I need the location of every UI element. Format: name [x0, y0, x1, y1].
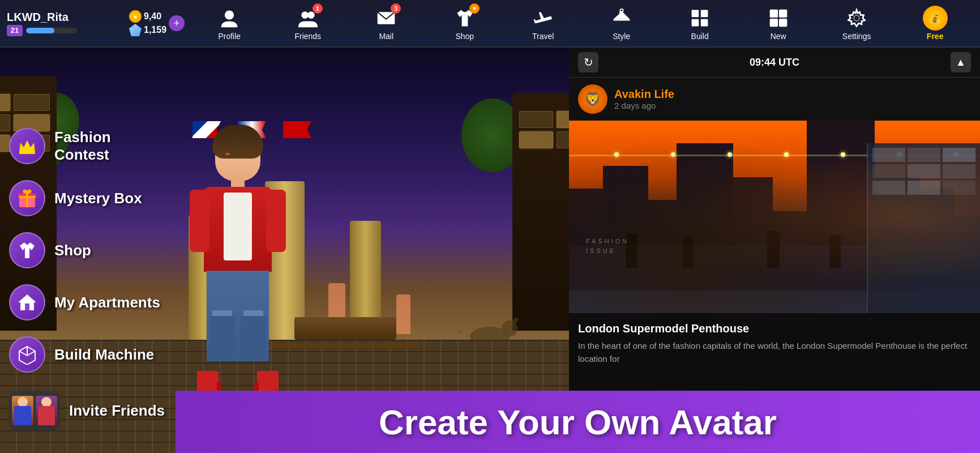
nav-items-container: Profile 1 Friends 3 M [185, 3, 980, 43]
svg-point-0 [225, 11, 234, 20]
invite-friends-label: Invite Friends [69, 402, 165, 420]
style-icon-wrap [609, 6, 634, 31]
jeans-left-leg [209, 316, 235, 361]
house-icon [17, 292, 37, 313]
svg-point-4 [620, 9, 623, 12]
menu-item-my-apartments[interactable]: My Apartments [0, 279, 176, 326]
xp-fill [26, 28, 54, 33]
menu-item-shop-side[interactable]: Shop [0, 226, 176, 274]
currency-area: ● 9,40 1,159 [129, 10, 166, 36]
avatar-shoe-left [197, 371, 219, 391]
post-image-overlay [569, 121, 980, 313]
svg-point-2 [307, 11, 315, 19]
post-image: FASHIONISSUE [569, 121, 980, 313]
nav-item-settings[interactable]: Settings [834, 3, 879, 43]
svg-rect-12 [769, 19, 777, 27]
fashion-contest-icon [9, 128, 45, 164]
avatar-shoe-right [257, 371, 279, 391]
gear-icon [846, 8, 867, 28]
news-post: 🦁 Avakin Life 2 days ago [569, 78, 980, 427]
picnic-table [294, 317, 396, 340]
building-right [512, 93, 569, 331]
style-hanger-icon [611, 8, 632, 28]
mail-icon-wrap: 3 [374, 6, 399, 31]
nav-friends-label: Friends [294, 32, 321, 41]
svg-rect-27 [25, 304, 29, 310]
build-icon-wrap [687, 6, 712, 31]
window-cell [557, 111, 570, 128]
window-cell [519, 111, 553, 128]
nav-item-style[interactable]: Style [599, 3, 644, 43]
username: LKWD_Rita [7, 11, 118, 24]
invite-friends-icon [9, 391, 60, 430]
diamond-amount: 1,159 [144, 25, 166, 35]
nav-item-new[interactable]: New [756, 3, 801, 43]
nav-item-shop[interactable]: ★ Shop [442, 3, 487, 43]
diamond-icon [129, 24, 142, 36]
add-currency-button[interactable]: + [169, 15, 185, 31]
apartments-label: My Apartments [54, 294, 160, 311]
heel-right [254, 382, 259, 391]
post-scene-bg: FASHIONISSUE [569, 121, 980, 313]
npc-figure-2 [396, 294, 410, 334]
venue-title: London Supermodel Penthouse [578, 322, 971, 335]
friends-icon-wrap: 1 [296, 6, 320, 31]
jeans-right-leg [241, 316, 266, 361]
shop-badge: ★ [469, 3, 480, 14]
nav-shop-label: Shop [455, 32, 474, 41]
settings-icon-wrap [844, 6, 869, 31]
svg-rect-22 [19, 152, 35, 154]
mail-badge: 3 [391, 3, 401, 14]
window-grid-right [512, 104, 569, 155]
post-author-info: Avakin Life 2 days ago [614, 88, 674, 110]
avatar-lips [225, 153, 230, 155]
avatar-left-sleeve [190, 190, 209, 252]
refresh-button[interactable]: ↻ [578, 52, 598, 72]
picnic-bench-1 [272, 343, 419, 348]
nav-item-travel[interactable]: Travel [520, 3, 566, 43]
nav-mail-label: Mail [379, 32, 393, 41]
banner-text: Create Your Own Avatar [379, 402, 777, 442]
avatar-right-sleeve [266, 190, 286, 252]
shirt-side-icon [17, 240, 37, 260]
free-coin-icon: 💰 [923, 6, 948, 31]
menu-item-mystery-box[interactable]: Mystery Box [0, 174, 176, 222]
nav-item-profile[interactable]: Profile [207, 3, 252, 43]
nav-travel-label: Travel [532, 32, 554, 41]
avatar-head [215, 130, 260, 181]
nav-item-friends[interactable]: 1 Friends [285, 3, 331, 43]
create-avatar-banner[interactable]: Create Your Own Avatar [176, 391, 980, 453]
time-display: 09:44 UTC [750, 57, 799, 69]
menu-item-build-machine[interactable]: Build Machine [0, 331, 176, 378]
nav-build-label: Build [691, 32, 709, 41]
nav-item-free[interactable]: 💰 Free [913, 3, 958, 43]
avatar-jeans [207, 271, 269, 361]
build-icon [690, 8, 710, 28]
nav-item-mail[interactable]: 3 Mail [363, 3, 409, 43]
level-badge: 21 [7, 25, 23, 36]
profile-icon [219, 8, 239, 28]
player-avatar [187, 130, 289, 391]
cube-icon [17, 344, 37, 365]
coins-row: ● 9,40 [129, 10, 166, 23]
nav-item-build[interactable]: Build [677, 3, 722, 43]
window-cell [519, 131, 553, 148]
upload-button[interactable]: ▲ [951, 52, 971, 72]
gift-icon [17, 188, 37, 208]
mystery-box-label: Mystery Box [54, 190, 142, 207]
nav-style-label: Style [613, 32, 630, 41]
avakin-life-avatar: 🦁 [578, 84, 607, 114]
avatar-jacket [204, 187, 272, 272]
coin-amount: 9,40 [144, 11, 161, 22]
travel-plane-icon [533, 8, 553, 28]
shop-icon-wrap: ★ [452, 6, 477, 31]
avatar-shirt [224, 193, 252, 260]
menu-item-fashion-contest[interactable]: Fashion Contest [0, 122, 176, 170]
svg-rect-5 [613, 19, 630, 21]
new-grid-icon [768, 8, 789, 28]
profile-icon-wrap [217, 6, 242, 31]
friends-badge: 1 [313, 3, 323, 14]
menu-item-invite-friends[interactable]: Invite Friends [0, 385, 176, 436]
svg-point-1 [301, 11, 309, 19]
post-description: In the heart of one of the fashion capit… [578, 340, 971, 365]
